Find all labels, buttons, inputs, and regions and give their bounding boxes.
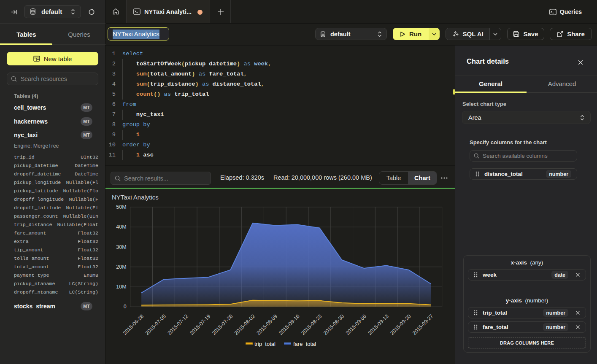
svg-text:0: 0 bbox=[124, 304, 127, 310]
svg-text:2015-08-09: 2015-08-09 bbox=[256, 313, 278, 336]
svg-text:20M: 20M bbox=[116, 264, 126, 270]
svg-text:2015-08-16: 2015-08-16 bbox=[278, 313, 300, 336]
svg-text:2015-08-02: 2015-08-02 bbox=[233, 313, 256, 336]
svg-text:2015-09-20: 2015-09-20 bbox=[389, 313, 412, 336]
svg-text:2015-09-27: 2015-09-27 bbox=[411, 313, 434, 336]
svg-text:40M: 40M bbox=[116, 224, 126, 230]
svg-text:2015-08-30: 2015-08-30 bbox=[322, 313, 345, 336]
svg-text:2015-07-19: 2015-07-19 bbox=[189, 313, 211, 336]
svg-text:2015-08-23: 2015-08-23 bbox=[300, 313, 323, 336]
svg-text:2015-07-12: 2015-07-12 bbox=[166, 313, 189, 336]
svg-text:2015-06-28: 2015-06-28 bbox=[122, 313, 145, 336]
svg-text:10M: 10M bbox=[116, 284, 126, 290]
svg-text:fare_total: fare_total bbox=[293, 341, 316, 347]
svg-text:2015-07-26: 2015-07-26 bbox=[211, 313, 234, 336]
svg-text:2015-09-06: 2015-09-06 bbox=[345, 313, 367, 336]
svg-text:2015-07-05: 2015-07-05 bbox=[144, 313, 167, 336]
svg-text:50M: 50M bbox=[116, 204, 126, 210]
svg-text:2015-09-13: 2015-09-13 bbox=[367, 313, 389, 336]
svg-text:trip_total: trip_total bbox=[254, 341, 276, 347]
svg-text:30M: 30M bbox=[116, 244, 126, 250]
